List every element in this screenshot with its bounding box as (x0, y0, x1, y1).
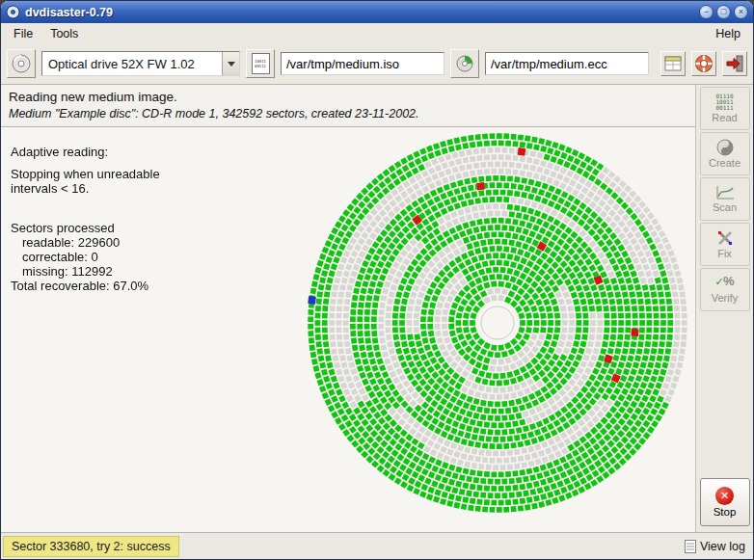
fix-button[interactable]: Fix (700, 223, 750, 266)
stop-button-label: Stop (714, 506, 737, 518)
stopping-rule-line2: intervals < 16. (11, 181, 160, 196)
read-button[interactable]: 01110 10011 00111 Read (700, 87, 750, 130)
stop-icon: ✕ (715, 487, 734, 505)
sectors-correctable: correctable: 0 (11, 250, 160, 264)
create-yinyang-icon (716, 139, 734, 156)
scan-graph-icon (715, 185, 735, 200)
fix-tools-icon (716, 229, 734, 247)
lifebuoy-help-icon (694, 54, 714, 73)
disc-icon (11, 53, 32, 74)
sectors-readable: readable: 229600 (11, 235, 160, 250)
quit-exit-icon (725, 54, 744, 73)
sectors-missing: missing: 112992 (11, 264, 160, 279)
log-page-icon (685, 540, 696, 553)
app-window: dvdisaster-0.79 − □ × File Tools Help Op… (0, 0, 754, 560)
statusbar: Sector 333680, try 2: success View log (1, 532, 753, 559)
app-icon (6, 5, 20, 19)
image-file-button[interactable]: 10011 00111 (246, 49, 275, 78)
verify-button-label: Verify (712, 292, 739, 304)
help-button[interactable] (691, 51, 716, 76)
image-path-input[interactable] (281, 52, 444, 75)
sectors-processed-title: Sectors processed (11, 221, 160, 235)
view-log-label: View log (700, 540, 745, 553)
total-recoverable: Total recoverable: 67.0% (11, 279, 160, 293)
create-button[interactable]: Create (700, 132, 750, 175)
ecc-file-button[interactable] (450, 49, 479, 78)
preferences-icon (664, 56, 682, 71)
ecc-file-icon (455, 54, 474, 73)
status-header: Reading new medium image. Medium "Exampl… (1, 85, 695, 127)
stop-button[interactable]: ✕ Stop (700, 478, 750, 526)
action-sidebar: 01110 10011 00111 Read Create (695, 85, 753, 532)
status-header-line2: Medium "Example disc": CD-R mode 1, 3425… (9, 107, 687, 120)
window-title: dvdisaster-0.79 (25, 6, 696, 19)
chevron-down-icon (222, 52, 239, 75)
menu-tools[interactable]: Tools (41, 25, 87, 42)
stopping-rule-line1: Stopping when unreadable (11, 167, 160, 181)
fix-button-label: Fix (717, 248, 732, 259)
menu-file[interactable]: File (5, 25, 41, 42)
preferences-button[interactable] (660, 51, 686, 76)
image-file-icon: 10011 00111 (252, 53, 270, 74)
scan-button[interactable]: Scan (700, 177, 750, 221)
drive-select[interactable]: Optical drive 52X FW 1.02 (41, 51, 240, 76)
reading-info-panel: Adaptive reading: Stopping when unreadab… (11, 145, 160, 293)
read-button-label: Read (712, 112, 737, 123)
read-binary-icon: 01110 10011 00111 (715, 93, 733, 111)
status-header-line1: Reading new medium image. (9, 90, 687, 104)
drive-select-value: Optical drive 52X FW 1.02 (42, 52, 222, 75)
menu-help[interactable]: Help (707, 25, 749, 42)
status-message: Sector 333680, try 2: success (3, 536, 179, 557)
workarea: Reading new medium image. Medium "Exampl… (1, 84, 753, 532)
view-log-button[interactable]: View log (685, 540, 745, 553)
main-pane: Reading new medium image. Medium "Exampl… (1, 85, 695, 532)
create-button-label: Create (709, 157, 741, 169)
titlebar: dvdisaster-0.79 − □ × (1, 1, 753, 23)
binary-line: 00111 (255, 64, 266, 68)
adaptive-reading-title: Adaptive reading: (11, 145, 160, 159)
toolbar: Optical drive 52X FW 1.02 10011 00111 (1, 43, 753, 84)
verify-icon: % ✓ (715, 276, 735, 291)
drive-button[interactable] (7, 49, 36, 78)
menubar: File Tools Help (1, 23, 753, 43)
content-area: Adaptive reading: Stopping when unreadab… (1, 127, 695, 532)
maximize-icon[interactable]: □ (716, 5, 731, 19)
minimize-icon[interactable]: − (699, 5, 714, 19)
quit-button[interactable] (722, 51, 747, 76)
verify-button[interactable]: % ✓ Verify (700, 268, 750, 311)
close-icon[interactable]: × (734, 5, 748, 19)
ecc-path-input[interactable] (485, 52, 649, 75)
scan-button-label: Scan (713, 201, 737, 213)
